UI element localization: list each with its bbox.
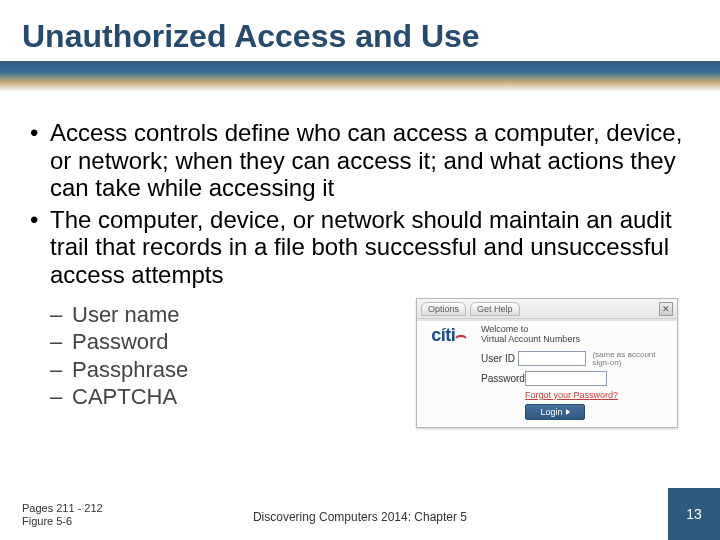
tab-get-help[interactable]: Get Help — [470, 302, 520, 316]
citi-logo: cíti⌢ — [431, 325, 467, 346]
slide-title: Unauthorized Access and Use — [0, 0, 720, 61]
page-number: 13 — [668, 488, 720, 540]
login-button[interactable]: Login — [525, 404, 585, 420]
footer-center-text: Discovering Computers 2014: Chapter 5 — [0, 510, 720, 524]
password-input[interactable] — [525, 371, 607, 386]
password-row: Password — [481, 371, 671, 386]
userid-input[interactable] — [518, 351, 587, 366]
welcome-line1: Welcome to — [481, 324, 528, 334]
bullet-item: The computer, device, or network should … — [28, 206, 692, 289]
password-label: Password — [481, 373, 525, 384]
forgot-password-link[interactable]: Forgot your Password? — [525, 390, 671, 400]
brand-arc-icon: ⌢ — [455, 325, 467, 345]
welcome-text: Welcome to Virtual Account Numbers — [481, 325, 671, 345]
login-dialog: Options Get Help ✕ cíti⌢ Welcome to Virt… — [416, 298, 678, 428]
brand-text: cíti — [431, 325, 455, 345]
form-column: Welcome to Virtual Account Numbers User … — [481, 325, 671, 420]
userid-note: (same as account sign-on) — [592, 351, 671, 367]
dialog-header: Options Get Help ✕ — [417, 299, 677, 319]
welcome-line2: Virtual Account Numbers — [481, 334, 580, 344]
userid-label: User ID — [481, 353, 518, 364]
dialog-tabs: Options Get Help — [421, 302, 520, 316]
tab-options[interactable]: Options — [421, 302, 466, 316]
dialog-body: cíti⌢ Welcome to Virtual Account Numbers… — [417, 319, 677, 424]
slide: Unauthorized Access and Use Access contr… — [0, 0, 720, 540]
title-divider-band — [0, 61, 720, 91]
triangle-right-icon — [566, 409, 570, 415]
bullet-item: Access controls define who can access a … — [28, 119, 692, 202]
login-button-label: Login — [540, 407, 562, 417]
close-icon[interactable]: ✕ — [659, 302, 673, 316]
bullet-list-level1: Access controls define who can access a … — [28, 119, 692, 289]
userid-row: User ID (same as account sign-on) — [481, 351, 671, 367]
brand-column: cíti⌢ — [423, 325, 475, 420]
slide-footer: Pages 211 - 212 Figure 5-6 Discovering C… — [0, 488, 720, 540]
